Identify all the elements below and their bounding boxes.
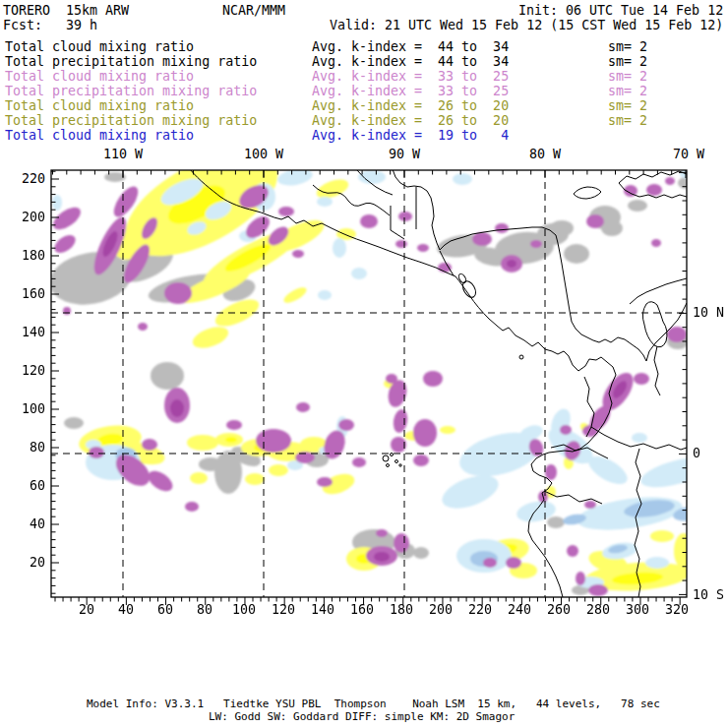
purple-mixing-ratio-blob: [665, 177, 675, 185]
venezuela-coast: [630, 278, 687, 304]
purple-mixing-ratio-blob: [164, 282, 192, 304]
purple-mixing-ratio-blob: [576, 572, 585, 585]
yellow-mixing-ratio-blob: [650, 530, 674, 542]
lake-maracaibo: [642, 302, 667, 347]
cyan-mixing-ratio-blob: [632, 433, 647, 443]
purple-mixing-ratio-blob: [530, 240, 542, 248]
purple-mixing-ratio-blob: [226, 420, 242, 430]
purple-mixing-ratio-blob: [394, 533, 409, 553]
model-info-line1: Model Info: V3.3.1 Tiedtke YSU PBL Thomp…: [87, 698, 660, 710]
left-axis-label: 200: [0, 211, 45, 223]
purple-mixing-ratio-blob: [278, 207, 294, 216]
weather-model-page: { "header": { "model": "TORERO", "resolu…: [0, 0, 728, 728]
gray-mixing-ratio-blob: [547, 516, 565, 528]
top-axis-label: 70 W: [665, 148, 712, 160]
model-info-line2: LW: Godd SW: Goddard DIFF: simple KM: 2D…: [209, 711, 515, 723]
purple-mixing-ratio-blob: [584, 501, 596, 509]
bottom-axis-label: 320: [653, 603, 700, 616]
left-axis-label: 180: [0, 249, 45, 262]
purple-mixing-ratio-blob: [317, 477, 333, 487]
purple-mixing-ratio-blob: [472, 232, 492, 246]
gray-mixing-ratio-blob: [151, 362, 184, 390]
purple-mixing-ratio-blob: [296, 402, 310, 412]
cyan-mixing-ratio-blob: [276, 166, 314, 188]
mixing-ratio-blobs: [45, 130, 716, 596]
left-axis-label: 160: [0, 287, 45, 300]
purple-mixing-ratio-blob: [360, 214, 378, 228]
lake-nicaragua: [460, 278, 479, 299]
left-axis-label: 100: [0, 402, 45, 415]
lake-managua: [457, 273, 467, 284]
purple_dark-mixing-ratio-blob: [374, 552, 390, 562]
purple-mixing-ratio-blob: [634, 373, 649, 385]
left-axis-label: 140: [0, 326, 45, 338]
purple-mixing-ratio-blob: [142, 439, 157, 451]
gray-mixing-ratio-blob: [199, 457, 222, 471]
yellow-mixing-ratio-blob: [190, 323, 231, 352]
purple-mixing-ratio-blob: [386, 374, 397, 384]
left-axis-label: 80: [0, 441, 45, 454]
top-axis-label: 100 W: [240, 148, 287, 160]
purple-mixing-ratio-blob: [646, 184, 662, 196]
purple-mixing-ratio-blob: [89, 447, 104, 458]
yellow-mixing-ratio-blob: [190, 472, 208, 484]
purple_dark-mixing-ratio-blob: [170, 399, 184, 417]
guatemala-border: [391, 206, 404, 239]
purple-mixing-ratio-blob: [423, 371, 443, 387]
gray-mixing-ratio-blob: [628, 200, 647, 212]
cyan-mixing-ratio-blob: [52, 195, 62, 211]
cyan-mixing-ratio-blob: [317, 197, 333, 207]
purple-mixing-ratio-blob: [51, 231, 79, 256]
purple-mixing-ratio-blob: [376, 529, 388, 537]
purple-mixing-ratio-blob: [438, 263, 452, 273]
purple-mixing-ratio-blob: [588, 584, 608, 596]
cyan-mixing-ratio-blob: [453, 173, 472, 185]
purple-mixing-ratio-blob: [395, 240, 407, 248]
yellow-mixing-ratio-blob: [269, 464, 288, 476]
left-axis-label: 40: [0, 517, 45, 530]
purple-mixing-ratio-blob: [145, 466, 176, 495]
cyan-mixing-ratio-blob: [333, 238, 346, 258]
gray-mixing-ratio-blob: [64, 417, 84, 429]
purple_dark-mixing-ratio-blob: [507, 260, 516, 268]
colombia-venezuela-border: [654, 346, 660, 395]
caribbean-coast: [393, 169, 687, 361]
yellow-mixing-ratio-blob: [281, 284, 309, 306]
right-axis-label: 0: [693, 447, 700, 459]
gray-mixing-ratio-blob: [564, 244, 589, 264]
purple-mixing-ratio-blob: [417, 244, 429, 252]
cyan-mixing-ratio-blob: [318, 290, 332, 300]
purple-mixing-ratio-blob: [413, 419, 437, 447]
gray-mixing-ratio-blob: [601, 220, 623, 236]
left-axis-label: 220: [0, 172, 45, 185]
top-axis-label: 110 W: [99, 148, 147, 160]
purple-mixing-ratio-blob: [483, 558, 497, 568]
purple-mixing-ratio-blob: [352, 457, 366, 467]
cyan-mixing-ratio-blob: [637, 452, 716, 494]
purple-mixing-ratio-blob: [292, 250, 304, 258]
top-axis-label: 80 W: [521, 148, 569, 160]
purple-mixing-ratio-blob: [138, 323, 148, 331]
jamaica-island: [574, 187, 601, 199]
forecast-map: [0, 0, 728, 728]
purple-mixing-ratio-blob: [651, 239, 661, 247]
gray-mixing-ratio-blob: [413, 547, 429, 559]
yellow_core-mixing-ratio-blob: [225, 437, 237, 443]
purple-mixing-ratio-blob: [63, 307, 71, 315]
left-axis-label: 20: [0, 556, 45, 569]
right-axis-label: 10 N: [693, 306, 724, 319]
purple-mixing-ratio-blob: [495, 223, 509, 233]
yellow-mixing-ratio-blob: [245, 473, 265, 485]
purple-mixing-ratio-blob: [338, 419, 354, 431]
purple-mixing-ratio-blob: [398, 212, 412, 221]
cyan-mixing-ratio-blob: [351, 268, 367, 279]
top-axis-label: 90 W: [381, 148, 428, 160]
left-axis-label: 120: [0, 364, 45, 377]
purple-mixing-ratio-blob: [567, 545, 578, 557]
purple-mixing-ratio-blob: [185, 502, 199, 512]
cyan-mixing-ratio-blob: [645, 557, 669, 569]
left-axis-label: 60: [0, 479, 45, 492]
yellow-mixing-ratio-blob: [187, 435, 218, 451]
purple-mixing-ratio-blob: [586, 214, 604, 228]
purple-mixing-ratio-blob: [413, 455, 429, 466]
